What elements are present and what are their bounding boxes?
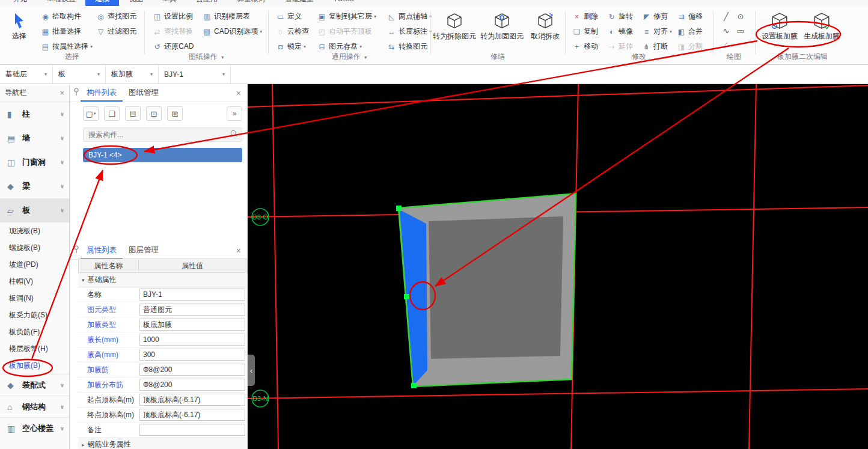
property-value-field[interactable] [139,424,245,436]
component-list-item-selected[interactable]: BJY-1 <4> [83,148,242,162]
nav-item-slab[interactable]: ▱ 板 ∨ [0,198,69,222]
menu-tab-smart[interactable]: 智能建量 [275,0,323,6]
generate-slab-haunch-button[interactable]: 生成板加腋 [802,10,842,40]
close-icon[interactable]: × [236,246,241,255]
property-value-field[interactable]: Φ8@200 [139,379,245,391]
merge-button[interactable]: ◧ 合并 [673,24,706,39]
copy-button[interactable]: ❏ 复制 [569,24,601,39]
menu-tab-tools[interactable]: 工具 [153,0,186,6]
set-scale-button[interactable]: ◫ 设置比例 [149,9,197,24]
tab-component-list[interactable]: 构件列表 [81,84,123,102]
auto-align-top-slab-button[interactable]: ◰ 自动平齐顶板 [314,24,379,39]
tab-layer-management[interactable]: 图层管理 [123,242,165,259]
set-slab-haunch-button[interactable]: 设置板加腋 [760,10,799,40]
panel-collapse-handle[interactable]: ‹ [248,355,255,386]
floor-select[interactable]: 基础层 ▾ [0,65,53,84]
length-annotation-button[interactable]: ↔ 长度标注 ▾ [384,24,435,39]
menu-tab-modeling[interactable]: 建模 [85,0,119,6]
filter-element-button[interactable]: ▽ 过滤图元 [93,24,139,39]
section-basic-properties[interactable]: ▾ 基础属性 [78,273,246,287]
offset-button[interactable]: ⇉ 偏移 [673,9,706,24]
batch-select-button[interactable]: ▦ 批量选择 [37,24,96,39]
identify-floor-table-button[interactable]: ▥ 识别楼层表 [199,9,265,24]
slab-element[interactable] [399,194,576,386]
nav-item-assembly[interactable]: ◆ 装配式 ∨ [0,374,69,396]
find-replace-button[interactable]: ⇄ 查找替换 [149,24,197,39]
property-name-link[interactable]: 图元类型 [78,302,138,317]
section-rebar-business-properties[interactable]: ▸ 钢筋业务属性 [78,438,246,449]
two-point-aux-axis-button[interactable]: ◺ 两点辅轴 ▾ [384,9,435,24]
nav-subitem-slab-rebar[interactable]: 板受力筋(S) [0,307,69,323]
mirror-button[interactable]: ◐ 镜像 [604,24,636,39]
pin-icon[interactable] [73,88,79,99]
nav-subitem-slab-negative-rebar[interactable]: 板负筋(F) [0,323,69,340]
menu-tab-cloud[interactable]: 云应用 [186,0,227,6]
type-select[interactable]: 板加腋 ▾ [106,65,159,84]
component-select[interactable]: BJY-1 ▾ [159,65,231,84]
nav-subitem-ramp[interactable]: 坡道(PD) [0,256,69,273]
close-icon[interactable]: × [60,88,64,97]
draw-circle-button[interactable]: ⊙ [733,10,748,23]
nav-item-column[interactable]: ▮ 柱 ∨ [0,102,69,126]
menu-tab-start[interactable]: 开始 [4,0,37,6]
trim-button[interactable]: ◤ 修剪 [638,9,675,24]
property-value-field[interactable]: 300 [139,349,245,361]
cancel-demolition-button[interactable]: 取消拆改 [528,10,563,40]
property-value-field[interactable]: Φ8@200 [139,364,245,376]
to-reinforced-element-button[interactable]: 转为加固图元 [478,10,525,40]
property-name-link[interactable]: 腋高(mm) [78,347,138,362]
pin-icon[interactable] [73,245,79,256]
draw-arc-button[interactable]: ◜ [719,38,733,52]
menu-tab-settings[interactable]: 工程设置 [37,0,85,6]
nav-subitem-slab-haunch[interactable]: 板加腋(B) [0,357,69,374]
nav-subitem-slab-hole[interactable]: 板洞(N) [0,290,69,307]
close-icon[interactable]: × [236,88,241,98]
menu-tab-view[interactable]: 视图 [119,0,153,6]
property-value-field[interactable]: BJY-1 [139,289,245,301]
property-name-link[interactable]: 腋长(mm) [78,332,138,347]
to-demolition-element-button[interactable]: 转为拆除图元 [433,10,476,40]
property-value-field[interactable]: 普通图元 [139,304,245,316]
find-element-button[interactable]: ◎ 查找图元 [93,9,139,24]
nav-subitem-cast-slab[interactable]: 现浇板(B) [0,222,69,239]
property-value-field[interactable]: 顶板底标高(-6.17) [139,394,245,406]
menu-tab-check[interactable]: 算量核对 [227,0,275,6]
search-input[interactable] [87,130,230,139]
delete-component-button[interactable]: ⊟ [125,106,141,121]
pick-component-button[interactable]: ◉ 拾取构件 [37,9,96,24]
draw-rect-button[interactable]: ▭ [733,24,748,37]
category-select[interactable]: 板 ▾ [53,65,106,84]
nav-subitem-column-cap[interactable]: 柱帽(V) [0,273,69,290]
draw-curve-button[interactable]: ∿ [719,24,733,37]
copy-to-other-floors-button[interactable]: ▣ 复制到其它层 ▾ [314,9,379,24]
nav-subitem-floor-slab-strip[interactable]: 楼层板带(H) [0,340,69,357]
rotate-button[interactable]: ↻ 旋转 [604,9,636,24]
copy-component-button[interactable]: ❏ [104,106,120,121]
group-label-common-ops[interactable]: 通用操作 ▾ [268,52,430,62]
define-button[interactable]: ▭ 定义 [272,9,312,24]
cad-identify-options-button[interactable]: ▧ CAD识别选项 ▾ [199,24,265,39]
tab-property-list[interactable]: 属性列表 [81,242,123,259]
property-name-link[interactable]: 加腋筋 [78,362,138,377]
nav-item-steel-structure[interactable]: ⌂ 钢结构 ∨ [0,396,69,417]
save-archive-button[interactable]: ⊞ [167,106,183,121]
nav-item-opening[interactable]: ◫ 门窗洞 ∨ [0,150,69,174]
cloud-check-button[interactable]: ◌ 云检查 [272,24,312,39]
nav-item-hollow-floor[interactable]: ▥ 空心楼盖 ∨ [0,417,69,439]
property-name-link[interactable]: 加腋分布筋 [78,377,138,392]
tab-drawing-management[interactable]: 图纸管理 [123,84,165,102]
nav-item-wall[interactable]: ▤ 墙 ∨ [0,126,69,150]
group-label-drawing-ops[interactable]: 图纸操作 ▾ [144,52,268,62]
delete-button[interactable]: × 删除 [569,9,601,24]
nav-subitem-spiral-slab[interactable]: 螺旋板(B) [0,239,69,256]
property-name-link[interactable]: 加腋类型 [78,317,138,332]
more-tools-button[interactable]: » [227,106,242,121]
draw-line-button[interactable]: ╱ [719,10,733,23]
property-value-field[interactable]: 1000 [139,334,245,346]
new-component-button[interactable]: ▢ ▾ [83,106,99,121]
property-value-field[interactable]: 顶板底标高(-6.17) [139,409,245,421]
menu-tab-ydms[interactable]: YDMS [323,0,364,6]
select-button[interactable]: 选择 [5,10,34,40]
slab-haunch-highlight[interactable] [400,210,427,385]
align-button[interactable]: ≡ 对齐 ▾ [638,24,675,39]
